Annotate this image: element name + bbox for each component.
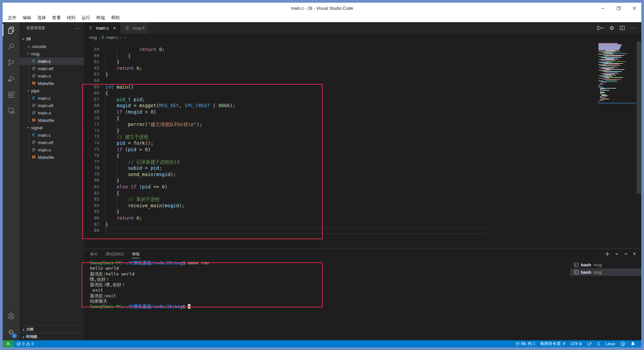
code-line-67[interactable]: 67 pid_t pid; xyxy=(84,96,641,103)
tree-folder-28[interactable]: ›28 xyxy=(19,35,84,43)
code-line-63[interactable]: 63} xyxy=(84,71,641,78)
code-line-68[interactable]: 68 msgid = msgget(MSG_KEY, IPC_CREAT | 0… xyxy=(84,102,641,109)
terminal-dropdown-icon[interactable] xyxy=(615,252,619,256)
status-encoding[interactable]: UTF-8 xyxy=(568,342,585,346)
menu-item-终端[interactable]: 终端 xyxy=(93,14,108,22)
code-line-69[interactable]: 69 if (msgid < 0) xyxy=(84,109,641,115)
code-line-82[interactable]: 82 { xyxy=(84,190,641,196)
breadcrumb-item[interactable]: main.c xyxy=(106,35,118,40)
remote-explorer-icon[interactable] xyxy=(3,103,19,119)
breadcrumb-item[interactable]: msg xyxy=(89,35,97,40)
code-line-65[interactable]: 65int main() xyxy=(84,84,641,90)
tree-item-main.elf[interactable]: main.elf xyxy=(19,102,84,109)
settings-gear-icon[interactable]: ⚙ 1 xyxy=(3,324,19,340)
code-line-75[interactable]: 75 if (pid > 0) xyxy=(84,146,641,153)
menu-item-编辑[interactable]: 编辑 xyxy=(19,14,34,22)
code-line-81[interactable]: 81 else if (pid == 0) xyxy=(84,184,641,190)
breadcrumb-item[interactable]: ··· xyxy=(123,35,127,40)
code-line-85[interactable]: 85 } xyxy=(84,209,641,215)
tree-item-main.o[interactable]: main.o xyxy=(19,146,84,154)
code-line-72[interactable]: 72 } xyxy=(84,128,641,134)
tree-item-Makefile[interactable]: MMakefile xyxy=(19,117,84,124)
close-panel-icon[interactable]: × xyxy=(633,252,636,256)
search-icon[interactable] xyxy=(3,38,19,54)
code-line-76[interactable]: 76 { xyxy=(84,152,641,159)
status-eol[interactable]: LF xyxy=(585,342,595,346)
tree-folder-signal[interactable]: ›signal xyxy=(19,124,84,131)
status-language-mode[interactable]: C xyxy=(595,342,603,346)
maximize-panel-icon[interactable] xyxy=(624,252,628,256)
run-debug-file-icon[interactable] xyxy=(597,25,604,31)
terminal-instance[interactable]: bashmsg xyxy=(570,261,641,268)
code-line-60[interactable]: 60 } xyxy=(84,53,641,59)
feedback-icon[interactable] xyxy=(618,342,628,346)
editor-scrollbar[interactable] xyxy=(637,42,641,193)
code-line-80[interactable]: 80 } xyxy=(84,177,641,184)
menu-item-选择[interactable]: 选择 xyxy=(34,14,49,22)
code-line-70[interactable]: 70 { xyxy=(84,115,641,122)
code-line-61[interactable]: 61 } xyxy=(84,59,641,65)
tree-folder-.vscode[interactable]: ›.vscode xyxy=(19,43,84,50)
explorer-icon[interactable] xyxy=(3,22,19,38)
panel-tab-终端[interactable]: 终端 xyxy=(132,250,140,258)
menu-item-文件[interactable]: 文件 xyxy=(5,14,19,22)
code-line-74[interactable]: 74 pid = fork(); xyxy=(84,140,641,146)
minimap[interactable] xyxy=(598,43,636,104)
code-line-86[interactable]: 86 return 0; xyxy=(84,215,641,221)
tree-item-main.c[interactable]: Cmain.c xyxy=(19,57,84,65)
extensions-icon[interactable] xyxy=(3,87,19,103)
code-line-64[interactable]: 64 xyxy=(84,78,641,84)
panel-tab-输出[interactable]: 输出 xyxy=(90,250,98,258)
tree-folder-msg[interactable]: ›msg xyxy=(19,50,84,57)
more-actions-icon[interactable]: ··· xyxy=(74,26,80,31)
restore-icon[interactable] xyxy=(616,6,621,10)
close-icon[interactable] xyxy=(632,6,637,10)
menu-item-查看[interactable]: 查看 xyxy=(49,14,64,22)
code-line-59[interactable]: 59 return 0; xyxy=(84,46,641,53)
code-line-73[interactable]: 73 // 建立子进程 xyxy=(84,134,641,140)
code-line-62[interactable]: 62 return 0; xyxy=(84,65,641,72)
editor-settings-gear-icon[interactable]: ⚙ xyxy=(609,25,614,31)
minimize-icon[interactable] xyxy=(601,6,605,10)
menu-item-运行[interactable]: 运行 xyxy=(78,14,93,22)
new-terminal-icon[interactable] xyxy=(605,252,610,256)
run-debug-icon[interactable] xyxy=(3,71,19,87)
code-line-83[interactable]: 83 // 新的子进程 xyxy=(84,196,641,203)
close-tab-icon[interactable]: × xyxy=(113,25,116,31)
terminal[interactable]: lmos@lmos-PC:~/计算机基础/code/28/msg$ make r… xyxy=(84,259,570,340)
code-line-84[interactable]: 84 receive_main(msgid); xyxy=(84,203,641,209)
status-indentation[interactable]: 制表符长度: 4 xyxy=(538,341,568,347)
problems-indicator[interactable]: 0 0 xyxy=(14,342,36,346)
menu-item-转到[interactable]: 转到 xyxy=(64,14,78,22)
tree-item-main.o[interactable]: main.o xyxy=(19,109,84,117)
notifications-bell-icon[interactable] xyxy=(628,342,638,346)
more-actions-icon[interactable]: ··· xyxy=(630,25,637,31)
tree-item-main.elf[interactable]: main.elf xyxy=(19,139,84,146)
code-line-78[interactable]: 78 subid = pid; xyxy=(84,165,641,171)
tree-item-main.c[interactable]: Cmain.c xyxy=(19,94,84,102)
tab-main.c[interactable]: Cmain.c× xyxy=(84,22,120,34)
terminal-instance[interactable]: bashmsg xyxy=(570,268,641,276)
code-line-87[interactable]: 87} xyxy=(84,221,641,228)
code-line-66[interactable]: 66{ xyxy=(84,90,641,96)
tree-item-Makefile[interactable]: MMakefile xyxy=(19,80,84,87)
code-line-77[interactable]: 77 // 记录新建子进程的id xyxy=(84,159,641,165)
outline-section[interactable]: ›大纲 xyxy=(19,325,84,333)
code-editor[interactable]: 59 return 0;60 }61 }62 return 0;63}6465i… xyxy=(84,42,641,249)
code-line-79[interactable]: 79 send_main(msgid); xyxy=(84,171,641,178)
status-remote-os[interactable]: Linux xyxy=(603,342,618,346)
code-line-71[interactable]: 71 perror("建立消息队列出错\n"); xyxy=(84,121,641,128)
tree-item-Makefile[interactable]: MMakefile xyxy=(19,154,84,161)
panel-tab-调试控制台[interactable]: 调试控制台 xyxy=(105,250,124,258)
split-editor-icon[interactable] xyxy=(620,25,625,31)
tree-folder-pipe[interactable]: ›pipe xyxy=(19,87,84,94)
menu-item-帮助[interactable]: 帮助 xyxy=(108,14,123,22)
source-control-icon[interactable] xyxy=(3,54,19,71)
tree-item-main.o[interactable]: main.o xyxy=(19,72,84,80)
tree-item-main.elf[interactable]: main.elf xyxy=(19,65,84,72)
tree-item-main.c[interactable]: Cmain.c xyxy=(19,131,84,139)
status-cursor-position[interactable]: 行 88, 列 1 xyxy=(513,341,538,347)
account-icon[interactable] xyxy=(3,308,19,324)
timeline-section[interactable]: ›时间线 xyxy=(19,333,84,340)
remote-indicator[interactable] xyxy=(3,340,14,347)
